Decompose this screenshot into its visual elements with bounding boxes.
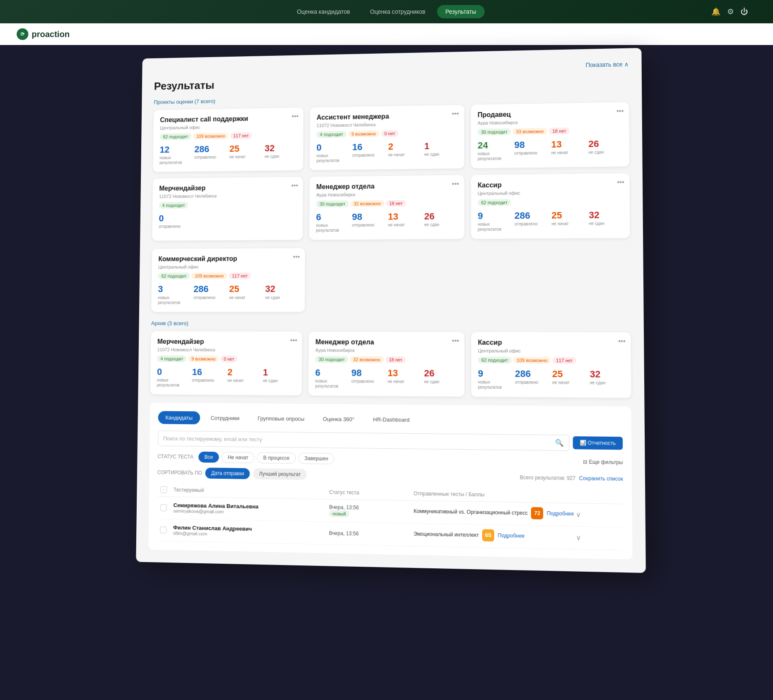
card-location-4: 11072 Новомосл Челябинск xyxy=(159,192,296,199)
card-stats-1: 12новых результатов 286отправлено 25не н… xyxy=(159,143,296,165)
tab-employees[interactable]: Сотрудники xyxy=(203,411,247,425)
status-buttons: Все Не начат В процессе Завершен xyxy=(198,451,334,464)
card-title-7: Коммерческий директор xyxy=(158,255,298,263)
main-content: Показать все ∧ Результаты Проекты оценки… xyxy=(136,48,645,573)
expand-btn-1[interactable]: ∨ xyxy=(575,511,581,518)
archive-card-location-3: Центральный офис xyxy=(478,348,623,354)
status-btn-in-progress[interactable]: В процессе xyxy=(257,452,295,464)
tag-no-7: 117 нет xyxy=(228,272,250,279)
archive-card-stats-2: 6новых результатов 98отправлено 13не нач… xyxy=(315,368,457,390)
archive-card-stats-1: 0новых результатов 16отправлено 2не нача… xyxy=(157,367,295,388)
more-filters-button[interactable]: ⊟ Еще фильтры xyxy=(583,459,623,465)
detail-btn-1[interactable]: Подробнее xyxy=(547,510,574,517)
tag-possible-5: 32 возможно xyxy=(350,200,384,207)
archive-card-stats-3: 9новых результатов 286отправлено 25не на… xyxy=(478,368,624,391)
logo-text: proaction xyxy=(32,30,70,39)
card-title-2: Ассистент менеджера xyxy=(316,112,457,121)
card-menu-1[interactable]: ••• xyxy=(291,112,298,120)
card-menu-3[interactable]: ••• xyxy=(616,107,624,115)
gear-icon[interactable]: ⚙ xyxy=(727,7,734,16)
card-stats-7: 3новых результатов 286отправлено 25не на… xyxy=(158,284,298,305)
card-title-3: Продавец xyxy=(477,109,622,119)
tag-no-1: 117 нет xyxy=(230,132,252,139)
card-menu-6[interactable]: ••• xyxy=(617,178,624,186)
tab-candidates[interactable]: Кандидаты xyxy=(158,411,200,424)
tag-suitable-5: 30 подходит xyxy=(316,200,348,208)
archive-card-menu-3[interactable]: ••• xyxy=(618,337,625,345)
archive-card-title-2: Менеджер отдела xyxy=(315,338,457,346)
power-icon[interactable]: ⏻ xyxy=(740,8,748,16)
show-all-button[interactable]: Показать все ∧ xyxy=(585,61,628,68)
col-tests: Отправленные тесты / Баллы xyxy=(413,490,575,499)
col-checkbox: - xyxy=(160,486,174,493)
search-box[interactable]: Поиск по тестируемому, email или тесту 🔍 xyxy=(158,430,569,451)
tag-possible-2: 9 возможно xyxy=(348,130,379,138)
card-menu-7[interactable]: ••• xyxy=(293,253,300,261)
row-checkbox-1[interactable] xyxy=(160,504,167,511)
tab-360[interactable]: Оценка 360° xyxy=(315,412,362,426)
card-merchandiser: ••• Мерчендайзер 11072 Новомосл Челябинс… xyxy=(152,177,303,241)
archive-cards-grid: ••• Мерчендайзер 11072 Новомосл Челябинс… xyxy=(150,331,631,398)
nav-item-results[interactable]: Результаты xyxy=(437,5,485,18)
archive-card-menu-1[interactable]: ••• xyxy=(290,336,297,344)
card-dept-manager: ••• Менеджер отдела Аура Новосибирск 30 … xyxy=(309,175,464,240)
nav-item-candidates[interactable]: Оценка кандидатов xyxy=(288,5,358,18)
sort-btn-best-result[interactable]: Лучший результат xyxy=(253,468,306,480)
card-stats-5: 6новых результатов 98отправлено 13не нач… xyxy=(316,211,457,233)
card-specialist-support: ••• Специалист call поддержки Центральны… xyxy=(153,108,303,172)
archive-card-tags-3: 62 подходит 109 возможно 117 нет xyxy=(478,356,623,364)
select-all-checkbox[interactable]: - xyxy=(160,486,167,493)
tag-possible-7: 109 возможно xyxy=(191,272,227,279)
bottom-section: Кандидаты Сотрудники Групповые опросы Оц… xyxy=(148,402,633,560)
row-checkbox-2[interactable] xyxy=(160,527,166,533)
status-btn-not-started[interactable]: Не начат xyxy=(221,452,254,463)
card-tags-6: 62 подходит xyxy=(478,198,623,206)
archive-card-menu-2[interactable]: ••• xyxy=(452,337,459,344)
card-tags-1: 62 подходит 109 возможно 117 нет xyxy=(160,132,297,140)
card-menu-4[interactable]: ••• xyxy=(291,182,298,190)
archive-card-merchandiser: ••• Мерчендайзер 11072 Новомосл Челябинс… xyxy=(150,331,302,395)
status-badge-1: новый xyxy=(329,510,349,518)
archive-card-location-1: 11072 Новомосл Челябинск xyxy=(157,347,295,352)
tag-suitable-4: 4 подходит xyxy=(159,202,188,209)
total-label: Всего результатов: 927 xyxy=(520,474,575,481)
card-location-7: Центральный офис xyxy=(158,264,298,270)
card-menu-5[interactable]: ••• xyxy=(452,180,459,188)
card-seller: ••• Продавец Аура Новосибирск 30 подходи… xyxy=(470,102,629,168)
tag-suitable-3: 30 подходит xyxy=(478,128,511,135)
card-location-2: 11072 Новомосл Челябинск xyxy=(316,121,457,128)
card-menu-2[interactable]: ••• xyxy=(452,110,459,118)
search-placeholder: Поиск по тестируемому, email или тесту xyxy=(163,435,262,442)
projects-cards-grid: ••• Специалист call поддержки Центральны… xyxy=(152,102,630,241)
tag-possible-3: 33 возможно xyxy=(513,128,547,135)
tab-group-surveys[interactable]: Групповые опросы xyxy=(250,412,312,425)
status-btn-all[interactable]: Все xyxy=(198,451,219,462)
archive-card-location-2: Аура Новосибирск xyxy=(315,348,457,353)
score-badge-1: 72 xyxy=(531,507,543,520)
tag-suitable-7: 62 подходит xyxy=(158,273,190,280)
tab-hr-dashboard[interactable]: HR-Dashboard xyxy=(365,413,417,427)
card-location-1: Центральный офис xyxy=(160,123,297,130)
col-expand xyxy=(575,496,619,497)
nav-item-employees[interactable]: Оценка сотрудников xyxy=(362,5,434,18)
logo-icon: ⟳ xyxy=(17,28,28,40)
save-list-button[interactable]: Сохранить список xyxy=(579,475,623,482)
search-icon: 🔍 xyxy=(555,439,563,447)
expand-btn-2[interactable]: ∨ xyxy=(576,534,581,542)
tag-no-5: 18 нет xyxy=(385,200,405,207)
card-commercial-director: ••• Коммерческий директор Центральный оф… xyxy=(151,248,305,312)
bell-icon[interactable]: 🔔 xyxy=(711,7,720,16)
status-btn-completed[interactable]: Завершен xyxy=(298,452,334,464)
filter-row: СТАТУС ТЕСТА Все Не начат В процессе Зав… xyxy=(158,451,623,468)
score-badge-2: 65 xyxy=(482,529,494,542)
sort-btn-date[interactable]: Дата отправки xyxy=(205,468,250,479)
detail-btn-2[interactable]: Подробнее xyxy=(498,532,525,539)
archive-card-cashier: ••• Кассир Центральный офис 62 подходит … xyxy=(471,332,631,398)
logo-bar: ⟳ proaction xyxy=(0,23,773,45)
archive-section-label: Архив (3 всего) xyxy=(151,320,630,327)
tabs-row: Кандидаты Сотрудники Групповые опросы Оц… xyxy=(158,411,623,428)
card-title-6: Кассир xyxy=(478,180,623,189)
tag-no-3: 18 нет xyxy=(549,128,570,135)
tag-no-2: 0 нет xyxy=(381,130,398,137)
report-button[interactable]: 📊 Отчетность xyxy=(573,436,623,450)
